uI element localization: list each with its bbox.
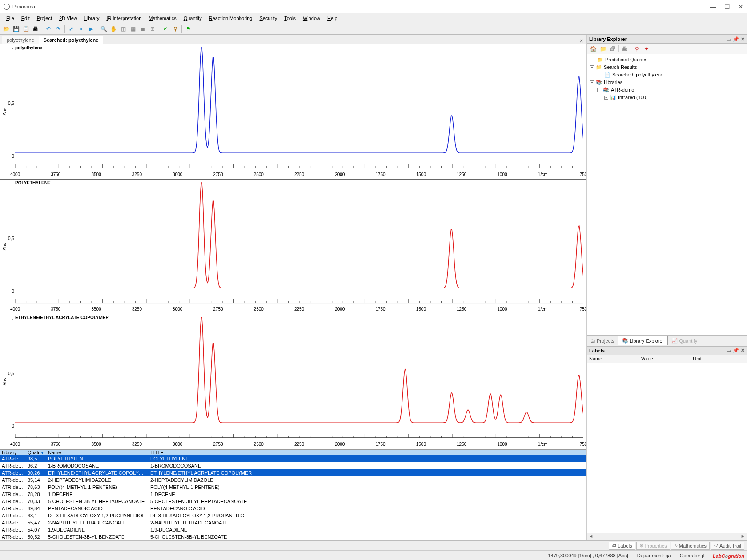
table-row[interactable]: ATR-demo70,335-CHOLESTEN-3B-YL HEPTADECA… — [0, 498, 586, 505]
menu-mathematics[interactable]: Mathematics — [145, 15, 180, 22]
undo-icon[interactable]: ↶ — [44, 24, 53, 33]
lib-search-icon[interactable]: 🗊 — [609, 45, 617, 53]
close-button[interactable]: ✕ — [738, 3, 743, 10]
col-library[interactable]: Library — [0, 450, 26, 455]
panel-float-icon[interactable]: ▭ — [727, 36, 731, 42]
lib-home-icon[interactable]: 🏠 — [589, 45, 597, 53]
app-icon — [4, 4, 10, 10]
labels-float-icon[interactable]: ▭ — [727, 348, 731, 353]
labels-col-value[interactable]: Value — [641, 356, 693, 361]
hand-icon[interactable]: ✋ — [109, 24, 118, 33]
maximize-button[interactable]: ☐ — [724, 3, 730, 10]
menu-reaction-monitoring[interactable]: Reaction Monitoring — [205, 15, 256, 22]
table-row[interactable]: ATR-demo78,281-DECENE1-DECENE — [0, 491, 586, 498]
forward-icon[interactable]: » — [76, 24, 85, 33]
table-row[interactable]: ATR-demo96,21-BROMODOCOSANE1-BROMODOCOSA… — [0, 462, 586, 469]
panel-pin-icon[interactable]: 📌 — [733, 36, 739, 42]
table-row[interactable]: ATR-demo85,142-HEPTADECYLIMIDAZOLE2-HEPT… — [0, 476, 586, 484]
tree-predefined-queries[interactable]: 📁Predefined Queries — [590, 56, 744, 64]
menu-help[interactable]: Help — [324, 15, 341, 22]
table-row[interactable]: ATR-demo68,1DL-3-HEXADECYLOXY-1,2-PROPAN… — [0, 512, 586, 519]
results-header: Library Quali ▼ Name TITLE — [0, 450, 586, 455]
col-quali[interactable]: Quali ▼ — [26, 450, 46, 455]
tool-d-icon[interactable]: ⊞ — [148, 24, 157, 33]
library-tree: 📁Predefined Queries −📁Search Results 📄Se… — [587, 54, 747, 103]
window-controls: — ☐ ✕ — [710, 3, 743, 10]
labels-col-name[interactable]: Name — [589, 356, 641, 361]
col-title[interactable]: TITLE — [149, 450, 586, 455]
lib-tool2-icon[interactable]: ✦ — [643, 45, 651, 53]
side-tab-projects[interactable]: 🗂 Projects — [587, 337, 618, 345]
zoom-icon[interactable]: 🔍 — [99, 24, 108, 33]
labels-hscroll[interactable]: ◄► — [587, 533, 747, 540]
table-row[interactable]: ATR-demo90,26ETHYLENE/ETHYL ACRYLATE COP… — [0, 469, 586, 476]
save-icon[interactable]: 💾 — [12, 24, 20, 33]
tree-atr-demo[interactable]: −📚ATR-demo — [590, 86, 744, 94]
menu-project[interactable]: Project — [33, 15, 56, 22]
flag-icon[interactable]: ⚑ — [184, 24, 193, 33]
open-icon[interactable]: 📂 — [2, 24, 11, 33]
tree-infrared[interactable]: +📊Infrared (100) — [590, 94, 744, 101]
side-tabs: 🗂 Projects 📚 Library Explorer 📈 Quantify — [587, 336, 747, 346]
title-bar: Panorama — ☐ ✕ — [0, 0, 747, 13]
results-table: Library Quali ▼ Name TITLE ATR-demo98,5P… — [0, 449, 586, 540]
status-bar: 🏷 Labels ⚙ Properties ∿ Mathematics 🛡 Au… — [0, 540, 747, 560]
redo-icon[interactable]: ↷ — [54, 24, 63, 33]
tool-b-icon[interactable]: ▦ — [129, 24, 137, 33]
approve-icon[interactable]: ✔ — [161, 24, 170, 33]
lib-print-icon[interactable]: 🖶 — [621, 45, 629, 53]
print-icon[interactable]: 🖶 — [31, 24, 40, 33]
status-coordinates: 1479,300049 [1/cm] , 0,677888 [Abs] — [548, 553, 628, 558]
copy-icon[interactable]: 📋 — [21, 24, 30, 33]
minimize-button[interactable]: — — [710, 3, 716, 10]
table-row[interactable]: ATR-demo55,472-NAPHTHYL TETRADECANOATE2-… — [0, 519, 586, 526]
menu-2d-view[interactable]: 2D View — [56, 15, 81, 22]
col-name[interactable]: Name — [46, 450, 149, 455]
lib-tool1-icon[interactable]: ⚲ — [633, 45, 641, 53]
y-axis-label: Abs — [2, 378, 7, 385]
table-row[interactable]: ATR-demo69,84PENTADECANOIC ACIDPENTADECA… — [0, 505, 586, 512]
menu-library[interactable]: Library — [81, 15, 103, 22]
menu-security[interactable]: Security — [256, 15, 281, 22]
tab-polyethylene[interactable]: polyethylene — [2, 36, 39, 44]
labels-close-icon[interactable]: ✕ — [741, 348, 745, 353]
search-icon[interactable]: ⚲ — [171, 24, 180, 33]
menu-ir-interpretation[interactable]: IR Interpretation — [103, 15, 145, 22]
side-tab-library-explorer[interactable]: 📚 Library Explorer — [618, 336, 668, 345]
spectrum-2[interactable]: AbsETHYLENE/ETHYL ACRYLATE COPOLYMER10,5… — [0, 314, 586, 449]
menu-edit[interactable]: Edit — [18, 15, 33, 22]
menu-file[interactable]: File — [3, 15, 18, 22]
table-row[interactable]: ATR-demo78,63POLY(4-METHYL-1-PENTENE)POL… — [0, 484, 586, 491]
labels-body: ◄► — [587, 363, 747, 540]
bottom-tab-properties[interactable]: ⚙ Properties — [636, 542, 670, 550]
labels-pin-icon[interactable]: 📌 — [733, 348, 739, 353]
bottom-tab-labels[interactable]: 🏷 Labels — [609, 542, 635, 550]
bottom-tab-mathematics[interactable]: ∿ Mathematics — [671, 542, 710, 550]
brand-logo: LabCognition — [713, 552, 744, 559]
side-tab-quantify[interactable]: 📈 Quantify — [668, 336, 701, 345]
tab-close-icon[interactable]: ✕ — [579, 38, 583, 44]
table-row[interactable]: ATR-demo54,071,9-DECADIENE1,9-DECADIENE — [0, 526, 586, 533]
spectrum-1[interactable]: AbsPOLYETHYLENE10,5040003750350032503000… — [0, 180, 586, 315]
bottom-tab-audit[interactable]: 🛡 Audit Trail — [711, 542, 744, 550]
table-row[interactable]: ATR-demo98,5POLYETHYLENEPOLYETHYLENE — [0, 455, 586, 462]
panel-close-icon[interactable]: ✕ — [741, 36, 745, 42]
menu-quantify[interactable]: Quantify — [180, 15, 205, 22]
expand-icon[interactable]: ⤢ — [67, 24, 76, 33]
labels-col-unit[interactable]: Unit — [693, 356, 745, 361]
y-axis-label: Abs — [2, 108, 7, 116]
menu-tools[interactable]: Tools — [281, 15, 299, 22]
table-row[interactable]: ATR-demo50,525-CHOLESTEN-3B-YL BENZOATE5… — [0, 533, 586, 540]
tree-searched-item[interactable]: 📄Searched: polyethylene — [590, 71, 744, 79]
tool-a-icon[interactable]: ◫ — [119, 24, 128, 33]
spectra-area[interactable]: Abspolyethylene10,5040003750350032503000… — [0, 44, 586, 449]
tree-libraries[interactable]: −📚Libraries — [590, 79, 744, 86]
library-toolbar: 🏠 📁 🗊 🖶 ⚲ ✦ — [587, 44, 747, 54]
play-icon[interactable]: ▶ — [86, 24, 95, 33]
tool-c-icon[interactable]: ≣ — [138, 24, 147, 33]
tab-searched[interactable]: Searched: polyethylene — [39, 36, 104, 44]
spectrum-0[interactable]: Abspolyethylene10,5040003750350032503000… — [0, 44, 586, 180]
menu-window[interactable]: Window — [299, 15, 324, 22]
lib-new-icon[interactable]: 📁 — [599, 45, 607, 53]
tree-search-results[interactable]: −📁Search Results — [590, 64, 744, 71]
